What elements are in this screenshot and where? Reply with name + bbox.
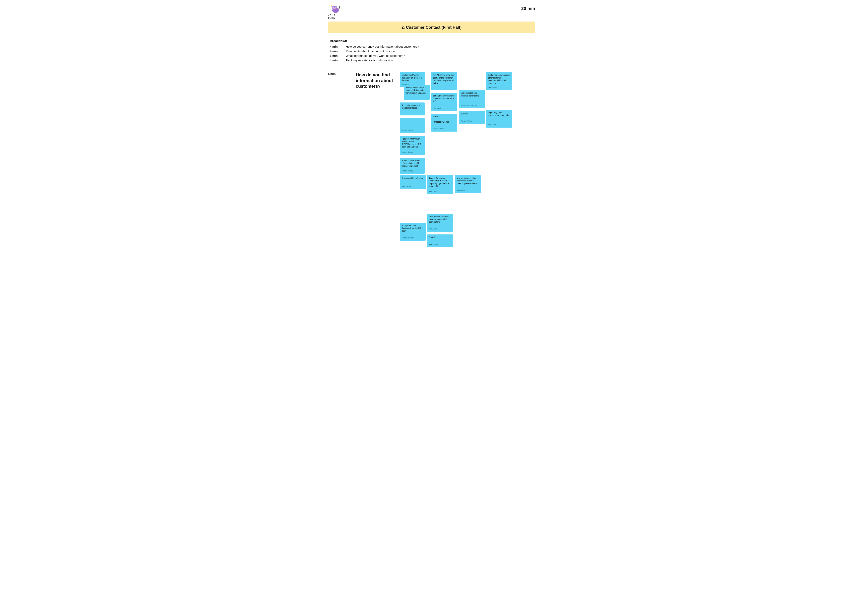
breakdown-item-2: 4 min Pain points about the current proc… xyxy=(330,49,535,53)
sticky-customer-personas[interactable]: custtomer personas give other customer p… xyxy=(486,72,512,90)
sticky-text: Contact the Project managers on the Clie… xyxy=(402,74,423,82)
sticky-author: Florian Vollmer xyxy=(402,129,423,132)
sticky-col-5: Ask around the UX team Berri Berrio Ecos… xyxy=(400,175,426,240)
sticky-text: Account managers and project managers xyxy=(402,104,423,113)
sticky-ask-ae-pm[interactable]: Ask AE/PM to know the status of the cust… xyxy=(431,72,457,90)
svg-point-10 xyxy=(335,8,335,9)
breakdown-desc-2: Pain points about the current process xyxy=(346,49,395,53)
breakdown-heading: Breakdown xyxy=(330,39,535,43)
breakdown-desc-3: What information do you want of customer… xyxy=(346,54,405,57)
sticky-text: Ecosystem map/ database from the SD team xyxy=(402,224,424,236)
sticky-author: Berri Berrio xyxy=(402,185,424,188)
sticky-author: Florian Vollmer xyxy=(461,120,483,122)
timer-display: 20 min xyxy=(521,4,535,11)
sticky-author: (Digital Bi xyxy=(402,83,423,85)
breakdown-desc-1: How do you currently get information abo… xyxy=(346,45,419,48)
svg-point-9 xyxy=(334,8,334,9)
sticky-seismic[interactable]: Seismic Florian Vollmer xyxy=(459,111,485,124)
sticky-col-7: also somtimes contact info comes from th… xyxy=(455,175,481,193)
sticky-author: Ava Lamb xyxy=(457,189,479,192)
sticky-col-1: Contact the Project managers on the Clie… xyxy=(400,72,430,174)
sticky-ask-ux[interactable]: Ask around the UX team Berri Berrio xyxy=(400,175,426,189)
sticky-col-3: Look up salesforce requests from clients… xyxy=(459,72,485,124)
svg-text:✦: ✦ xyxy=(330,5,332,6)
sticky-text: Ask AE/PM to know the status of the cust… xyxy=(433,74,455,87)
header: ✦ ✦ ✦ Your Turn 20 min xyxy=(328,4,535,20)
sticky-author: Ava Lamb xyxy=(488,124,510,126)
breakdown-item-3: 8 min What information do you want of cu… xyxy=(330,54,535,57)
breakdown-min-2: 4 min xyxy=(330,49,340,53)
svg-text:✦: ✦ xyxy=(338,4,339,6)
svg-point-3 xyxy=(335,6,337,8)
sticky-text xyxy=(402,120,423,128)
logo: ✦ ✦ ✦ Your Turn xyxy=(328,4,344,20)
sticky-author: Ava Lamb xyxy=(429,228,451,230)
sticky-account-managers[interactable]: Account managers and project managers xyxy=(400,102,424,115)
sticky-other-researchers[interactable]: other researchers who may have contacted… xyxy=(427,214,453,232)
sticky-text: custtomer personas give other customer p… xyxy=(488,74,510,85)
activity-left: 4 min xyxy=(328,72,352,75)
svg-point-8 xyxy=(333,8,335,9)
activity-section: 4 min How do you find information about … xyxy=(328,72,535,247)
sticky-col-6: Google (to look up where their HQ is to … xyxy=(427,175,453,247)
sticky-author: Florian Vollmer xyxy=(402,237,424,239)
sticky-text: Seismic xyxy=(461,112,483,119)
svg-point-5 xyxy=(333,7,334,7)
sticky-text: Look up salesforce requests from clients xyxy=(461,92,483,103)
sticky-google-hq[interactable]: Google (to look up where their HQ is to … xyxy=(427,175,453,194)
sticky-col-4: custtomer personas give other customer p… xyxy=(486,72,512,127)
sticky-author: Keerthi Nandakumar xyxy=(461,104,483,107)
sticky-text: Google (to look up where their HQ is to … xyxy=(429,177,451,189)
sticky-author: Berri Berrio xyxy=(429,244,451,246)
sticky-author: Megan Shirley xyxy=(402,170,423,172)
svg-point-7 xyxy=(335,7,335,7)
sticky-author: Florian Vollmer xyxy=(433,127,455,130)
sticky-author: Ava Lamb xyxy=(429,190,451,193)
svg-text:✦: ✦ xyxy=(340,9,341,11)
logo-text: Your Turn xyxy=(328,14,344,20)
sticky-text: Request info through product teams (PO/P… xyxy=(402,138,423,150)
sticky-author: Megan Shirley xyxy=(402,151,423,153)
sticky-text: other researchers who may have contacted… xyxy=(429,215,451,226)
breakdown-min-4: 4 min xyxy=(330,59,340,62)
sticky-text: get names or connected via email from th… xyxy=(433,94,455,106)
stickies-area: Contact the Project managers on the Clie… xyxy=(400,72,535,247)
breakdown-item-1: 4 min How do you currently get informati… xyxy=(330,45,535,48)
sticky-request-info[interactable]: Request info through product teams (PO/P… xyxy=(400,136,424,155)
svg-rect-12 xyxy=(339,6,340,8)
sticky-col-2: Ask AE/PM to know the status of the cust… xyxy=(431,72,457,132)
sticky-text: Delve"Tribal knowledge" xyxy=(433,115,455,126)
sticky-get-names-email[interactable]: get names or connected via email from th… xyxy=(431,93,457,111)
breakdown-section: Breakdown 4 min How do you currently get… xyxy=(328,39,535,62)
sticky-contact-pm[interactable]: Contact the Project managers on the Clie… xyxy=(400,72,424,87)
sticky-text: Jennifer xyxy=(429,236,451,242)
sticky-text: receive names or get connected via email… xyxy=(406,86,428,97)
sticky-text: Product documentation - Presentations, o… xyxy=(402,159,423,168)
sticky-past-research[interactable]: dig through past research I've done haha… xyxy=(486,110,512,127)
sticky-jennifer[interactable]: Jennifer Berri Berrio xyxy=(427,234,453,247)
sticky-delve[interactable]: Delve"Tribal knowledge" Florian Vollmer xyxy=(431,114,457,132)
activity-question: How do you find information about custom… xyxy=(356,72,396,89)
activity-min: 4 min xyxy=(328,72,352,75)
breakdown-item-4: 4 min Ranking importance and discussion xyxy=(330,59,535,62)
sticky-sales-presales[interactable]: also somtimes contact info comes from th… xyxy=(455,175,481,193)
divider xyxy=(328,68,535,68)
sticky-text: also somtimes contact info comes from th… xyxy=(457,177,479,188)
breakdown-min-1: 4 min xyxy=(330,45,340,48)
sticky-author: Berri Berrio xyxy=(488,86,510,88)
sticky-ecosystem-map[interactable]: Ecosystem map/ database from the SD team… xyxy=(400,223,426,240)
sticky-text: Ask around the UX team xyxy=(402,177,424,184)
sticky-text: dig through past research I've done haha xyxy=(488,111,510,123)
section-title-bar: 2. Customer Contact (First Half) xyxy=(328,22,535,33)
logo-icon: ✦ ✦ ✦ xyxy=(330,4,342,14)
breakdown-desc-4: Ranking importance and discussion xyxy=(346,59,393,62)
sticky-florian-1[interactable]: Florian Vollmer xyxy=(400,118,424,133)
page-container: ✦ ✦ ✦ Your Turn 20 min 2. Customer Conta… xyxy=(322,0,541,251)
sticky-product-docs[interactable]: Product documentation - Presentations, o… xyxy=(400,158,424,174)
breakdown-min-3: 8 min xyxy=(330,54,340,57)
sticky-author: Ava Lamb xyxy=(433,107,455,109)
section-title: 2. Customer Contact (First Half) xyxy=(332,25,531,30)
sticky-salesforce[interactable]: Look up salesforce requests from clients… xyxy=(459,90,485,108)
